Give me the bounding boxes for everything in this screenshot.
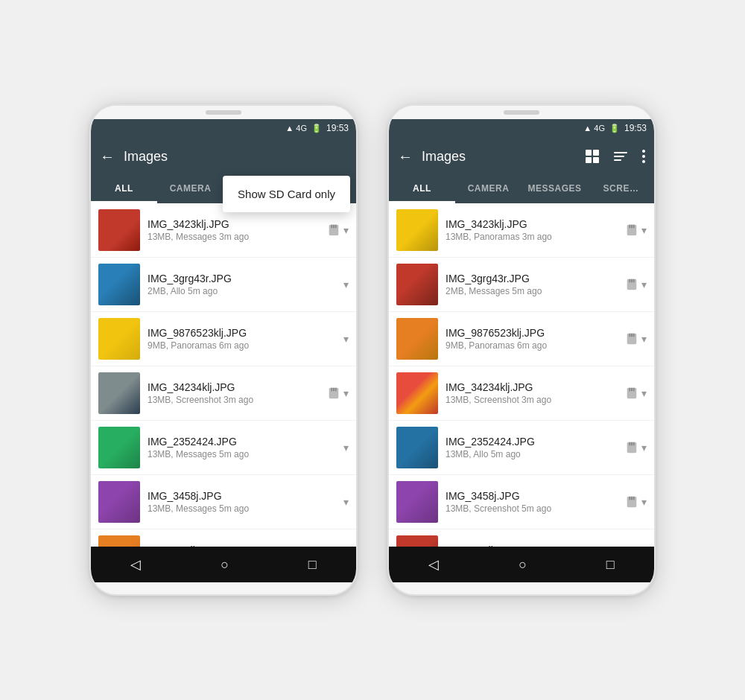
file-actions: ▾ [625, 223, 647, 237]
tab-all-right[interactable]: ALL [389, 176, 455, 203]
dropdown-item-sd[interactable]: Show SD Card only [223, 179, 350, 209]
file-item[interactable]: IMG_2352424.JPG 13MB, Allo 5m ago ▾ [389, 421, 654, 475]
file-name: IMG_2352424.JPG [446, 436, 618, 448]
time-right: 19:53 [624, 123, 647, 133]
time-left: 19:53 [326, 123, 349, 133]
file-item[interactable]: IMG_987lj.JPG 13MB, Messages 4d ago ▾ [389, 529, 654, 547]
file-info: IMG_2352424.JPG 13MB, Messages 5m ago [148, 436, 336, 459]
nav-back-left[interactable]: ◁ [124, 550, 147, 579]
tab-all-left[interactable]: ALL [91, 176, 157, 203]
svg-rect-26 [631, 442, 633, 446]
dropdown-arrow[interactable]: ▾ [343, 333, 349, 345]
sd-icon [625, 223, 638, 237]
dropdown-arrow[interactable]: ▾ [641, 333, 647, 345]
nav-back-right[interactable]: ◁ [422, 550, 445, 579]
tab-camera-left[interactable]: CAMERA [157, 176, 224, 203]
svg-rect-23 [633, 388, 635, 392]
nav-home-left[interactable]: ○ [215, 551, 235, 579]
battery-left: 🔋 [311, 124, 322, 133]
more-options-icon[interactable] [642, 150, 645, 163]
tabs-bar-right: ALL CAMERA MESSAGES SCRE… [389, 176, 654, 203]
dropdown-arrow[interactable]: ▾ [641, 442, 647, 454]
file-item[interactable]: IMG_9876523klj.JPG 9MB, Panoramas 6m ago… [91, 312, 356, 366]
dropdown-arrow[interactable]: ▾ [641, 387, 647, 399]
file-thumb [98, 264, 140, 305]
file-thumb [98, 535, 140, 547]
signal-right: ▲ 4G [583, 124, 605, 133]
file-item[interactable]: IMG_3grg43r.JPG 2MB, Messages 5m ago ▾ [389, 258, 654, 312]
file-item[interactable]: IMG_3458j.JPG 13MB, Messages 5m ago ▾ [91, 475, 356, 529]
file-meta: 13MB, Screenshot 5m ago [446, 503, 618, 514]
dropdown-arrow[interactable]: ▾ [343, 442, 349, 454]
file-name: IMG_3423klj.JPG [148, 218, 320, 230]
file-item[interactable]: IMG_987lj.JPG 13MB, Allo 4d ago ▾ [91, 529, 356, 547]
app-bar-right: ← Images [389, 137, 654, 176]
file-list-right: IMG_3423klj.JPG 13MB, Panoramas 3m ago ▾… [389, 203, 654, 547]
file-info: IMG_9876523klj.JPG 9MB, Panoramas 6m ago [446, 327, 618, 351]
svg-rect-22 [631, 388, 633, 392]
file-actions: ▾ [625, 386, 647, 400]
dropdown-arrow[interactable]: ▾ [343, 224, 349, 236]
file-meta: 2MB, Allo 5m ago [148, 286, 336, 296]
file-list-left: IMG_3423klj.JPG 13MB, Messages 3m ago ▾ … [91, 203, 356, 547]
file-actions: ▾ [625, 495, 647, 509]
status-bar-right: ▲ 4G 🔋 19:53 [389, 119, 654, 137]
svg-rect-31 [633, 497, 635, 500]
nav-bar-left: ◁ ○ □ [91, 547, 356, 582]
sort-icon[interactable] [614, 152, 627, 161]
app-title-left: Images [124, 149, 347, 165]
file-name: IMG_34234klj.JPG [446, 381, 618, 393]
file-thumb [396, 481, 438, 523]
file-name: IMG_9876523klj.JPG [446, 327, 618, 339]
dropdown-arrow[interactable]: ▾ [641, 224, 647, 236]
dropdown-arrow[interactable]: ▾ [641, 279, 647, 290]
svg-rect-27 [633, 442, 635, 446]
sd-icon [327, 223, 340, 237]
file-meta: 13MB, Allo 5m ago [446, 449, 618, 459]
file-info: IMG_3458j.JPG 13MB, Screenshot 5m ago [446, 490, 618, 514]
dropdown-arrow[interactable]: ▾ [641, 496, 647, 508]
file-item[interactable]: IMG_34234klj.JPG 13MB, Screenshot 3m ago… [389, 366, 654, 421]
tab-scre-right[interactable]: SCRE… [588, 176, 654, 203]
back-button-right[interactable]: ← [398, 148, 413, 165]
sd-icon [625, 332, 638, 346]
file-actions: ▾ [327, 386, 349, 400]
sd-icon [625, 386, 638, 400]
nav-home-right[interactable]: ○ [513, 551, 533, 579]
file-info: IMG_3458j.JPG 13MB, Messages 5m ago [148, 490, 336, 514]
svg-rect-10 [631, 225, 633, 229]
dropdown-arrow[interactable]: ▾ [343, 387, 349, 399]
file-item[interactable]: IMG_2352424.JPG 13MB, Messages 5m ago ▾ [91, 421, 356, 475]
file-info: IMG_9876523klj.JPG 9MB, Panoramas 6m ago [148, 327, 336, 351]
file-actions: ▾ [625, 332, 647, 346]
back-button-left[interactable]: ← [100, 148, 115, 165]
svg-rect-25 [629, 442, 630, 446]
svg-rect-5 [331, 388, 332, 392]
file-info: IMG_3423klj.JPG 13MB, Panoramas 3m ago [446, 218, 618, 242]
dropdown-arrow[interactable]: ▾ [343, 496, 349, 508]
file-meta: 13MB, Messages 3m ago [148, 232, 320, 242]
file-item[interactable]: IMG_3423klj.JPG 13MB, Panoramas 3m ago ▾ [389, 203, 654, 258]
file-item[interactable]: IMG_3grg43r.JPG 2MB, Allo 5m ago ▾ [91, 258, 356, 312]
tab-messages-right[interactable]: MESSAGES [522, 176, 588, 203]
file-item[interactable]: IMG_9876523klj.JPG 9MB, Panoramas 6m ago… [389, 312, 654, 366]
file-thumb [396, 535, 438, 547]
grid-view-icon[interactable] [586, 150, 599, 163]
file-item[interactable]: IMG_3458j.JPG 13MB, Screenshot 5m ago ▾ [389, 475, 654, 529]
file-meta: 13MB, Screenshot 3m ago [446, 395, 618, 405]
phone-speaker-right [504, 110, 539, 115]
nav-recents-right[interactable]: □ [600, 551, 621, 579]
app-title-right: Images [422, 149, 577, 165]
svg-rect-3 [335, 225, 337, 229]
file-info: IMG_3423klj.JPG 13MB, Messages 3m ago [148, 218, 320, 242]
file-meta: 13MB, Messages 5m ago [148, 503, 336, 514]
file-item[interactable]: IMG_34234klj.JPG 13MB, Screenshot 3m ago… [91, 366, 356, 421]
svg-rect-15 [633, 279, 635, 283]
file-name: IMG_3grg43r.JPG [148, 273, 336, 284]
status-bar-left: ▲ 4G 🔋 19:53 [91, 119, 356, 137]
battery-right: 🔋 [609, 124, 620, 133]
signal-left: ▲ 4G [285, 124, 307, 133]
tab-camera-right[interactable]: CAMERA [455, 176, 522, 203]
nav-recents-left[interactable]: □ [302, 551, 323, 579]
dropdown-arrow[interactable]: ▾ [343, 279, 349, 290]
